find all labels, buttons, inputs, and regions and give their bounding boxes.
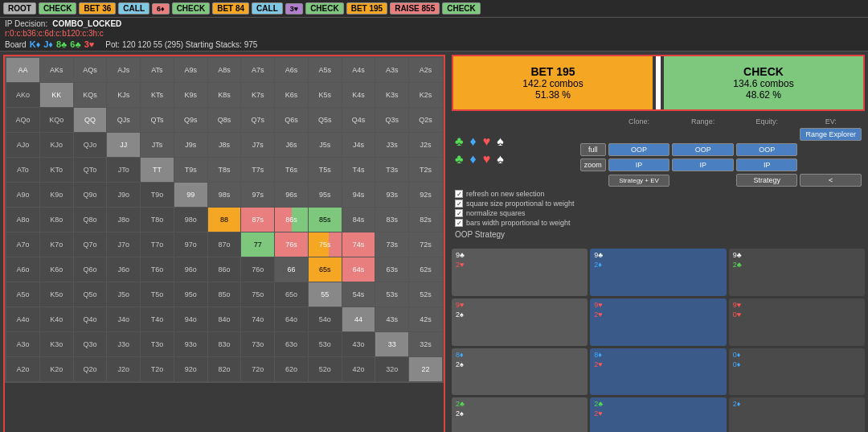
grid-cell-j2s[interactable]: J2s [409, 133, 442, 157]
diamond-icon-2[interactable]: ♦ [470, 152, 477, 167]
grid-cell-jj[interactable]: JJ [107, 133, 140, 157]
grid-cell-84o[interactable]: 84o [208, 307, 241, 331]
grid-cell-j8s[interactable]: J8s [208, 133, 241, 157]
grid-cell-85o[interactable]: 85o [208, 282, 241, 307]
grid-cell-ajo[interactable]: AJo [6, 133, 39, 157]
club-icon-1[interactable]: ♣ [455, 134, 464, 149]
grid-cell-97s[interactable]: 97s [241, 183, 274, 207]
grid-cell-q7s[interactable]: Q7s [241, 108, 274, 132]
grid-cell-73s[interactable]: 73s [375, 232, 408, 257]
bet84-button[interactable]: BET 84 [212, 2, 249, 14]
bet-action-box[interactable]: BET 195 142.2 combos 51.38 % [453, 56, 653, 109]
grid-cell-t9s[interactable]: T9s [174, 158, 207, 182]
grid-cell-tt[interactable]: TT [141, 158, 174, 182]
grid-cell-94s[interactable]: 94s [342, 183, 375, 207]
grid-cell-j3o[interactable]: J3o [107, 332, 140, 356]
card-cell-10[interactable]: 2♣2♥ [590, 397, 726, 432]
grid-cell-j8o[interactable]: J8o [107, 208, 140, 232]
grid-cell-kjs[interactable]: KJs [107, 83, 140, 107]
grid-cell-a7o[interactable]: A7o [6, 232, 39, 257]
grid-cell-k8o[interactable]: K8o [40, 208, 73, 232]
6plus-button[interactable]: 6♦ [152, 3, 170, 14]
grid-cell-q6o[interactable]: Q6o [74, 257, 107, 282]
grid-cell-32o[interactable]: 32o [375, 357, 408, 381]
grid-cell-43s[interactable]: 43s [375, 307, 408, 331]
grid-cell-j7o[interactable]: J7o [107, 232, 140, 257]
grid-cell-aqs[interactable]: AQs [74, 58, 107, 82]
grid-cell-t3o[interactable]: T3o [141, 332, 174, 356]
grid-cell-k5o[interactable]: K5o [40, 282, 73, 307]
grid-cell-32s[interactable]: 32s [409, 332, 442, 356]
grid-cell-q8s[interactable]: Q8s [208, 108, 241, 132]
grid-cell-t3s[interactable]: T3s [375, 158, 408, 182]
grid-cell-a4s[interactable]: A4s [342, 58, 375, 82]
grid-cell-q6s[interactable]: Q6s [275, 108, 308, 132]
grid-cell-87o[interactable]: 87o [208, 232, 241, 257]
call2-button[interactable]: CALL [252, 2, 283, 14]
grid-cell-a9s[interactable]: A9s [174, 58, 207, 82]
heart-icon-1[interactable]: ♥ [483, 134, 491, 149]
grid-cell-ats[interactable]: ATs [141, 58, 174, 82]
grid-cell-33[interactable]: 33 [375, 332, 408, 356]
grid-cell-k9o[interactable]: K9o [40, 183, 73, 207]
grid-cell-q2s[interactable]: Q2s [409, 108, 442, 132]
ip-range-btn[interactable]: IP [608, 158, 670, 171]
grid-cell-a4o[interactable]: A4o [6, 307, 39, 331]
grid-cell-k3o[interactable]: K3o [40, 332, 73, 356]
grid-cell-43o[interactable]: 43o [342, 332, 375, 356]
grid-cell-a2s[interactable]: A2s [409, 58, 442, 82]
grid-cell-54s[interactable]: 54s [342, 282, 375, 307]
bet36-button[interactable]: BET 36 [79, 2, 116, 14]
grid-cell-j9o[interactable]: J9o [107, 183, 140, 207]
grid-cell-66[interactable]: 66 [275, 257, 308, 282]
grid-cell-q5o[interactable]: Q5o [74, 282, 107, 307]
grid-cell-76o[interactable]: 76o [241, 257, 274, 282]
grid-cell-k9s[interactable]: K9s [174, 83, 207, 107]
grid-cell-95o[interactable]: 95o [174, 282, 207, 307]
grid-cell-74s[interactable]: 74s [342, 232, 375, 257]
card-cell-8[interactable]: 0♦0♦ [729, 348, 865, 396]
strategy-ev-btn[interactable]: Strategy + EV [608, 175, 670, 187]
grid-cell-t2s[interactable]: T2s [409, 158, 442, 182]
grid-cell-63s[interactable]: 63s [375, 257, 408, 282]
root-button[interactable]: ROOT [3, 2, 36, 14]
grid-cell-72o[interactable]: 72o [241, 357, 274, 381]
grid-cell-a8s[interactable]: A8s [208, 58, 241, 82]
grid-cell-93o[interactable]: 93o [174, 332, 207, 356]
grid-cell-86o[interactable]: 86o [208, 257, 241, 282]
grid-cell-k7o[interactable]: K7o [40, 232, 73, 257]
grid-cell-t6s[interactable]: T6s [275, 158, 308, 182]
grid-cell-96o[interactable]: 96o [174, 257, 207, 282]
grid-cell-62s[interactable]: 62s [409, 257, 442, 282]
grid-cell-t8o[interactable]: T8o [141, 208, 174, 232]
grid-cell-t9o[interactable]: T9o [141, 183, 174, 207]
grid-cell-t7o[interactable]: T7o [141, 232, 174, 257]
cb-refresh[interactable]: ✓ [455, 190, 463, 198]
cb-square-size[interactable]: ✓ [455, 200, 463, 208]
grid-cell-jts[interactable]: JTs [141, 133, 174, 157]
strategy-btn[interactable]: Strategy [736, 174, 798, 187]
grid-cell-t5o[interactable]: T5o [141, 282, 174, 307]
bet195-button[interactable]: BET 195 [346, 2, 387, 14]
grid-cell-73o[interactable]: 73o [241, 332, 274, 356]
grid-cell-76s[interactable]: 76s [275, 232, 308, 257]
grid-cell-j5o[interactable]: J5o [107, 282, 140, 307]
grid-cell-64s[interactable]: 64s [342, 257, 375, 282]
grid-cell-t4o[interactable]: T4o [141, 307, 174, 331]
lt-btn[interactable]: < [800, 174, 862, 187]
oop-range-btn[interactable]: OOP [608, 143, 670, 156]
grid-cell-kts[interactable]: KTs [141, 83, 174, 107]
grid-cell-ako[interactable]: AKo [6, 83, 39, 107]
grid-cell-q4o[interactable]: Q4o [74, 307, 107, 331]
oop-equity-btn[interactable]: OOP [672, 143, 734, 156]
grid-cell-22[interactable]: 22 [409, 357, 442, 381]
grid-cell-aqo[interactable]: AQo [6, 108, 39, 132]
grid-cell-a6s[interactable]: A6s [275, 58, 308, 82]
grid-cell-65s[interactable]: 65s [309, 257, 342, 282]
grid-cell-kqo[interactable]: KQo [40, 108, 73, 132]
grid-cell-qjo[interactable]: QJo [74, 133, 107, 157]
card-cell-9[interactable]: 2♣2♠ [452, 397, 588, 432]
grid-cell-74o[interactable]: 74o [241, 307, 274, 331]
3v-button[interactable]: 3♥ [285, 3, 303, 14]
grid-cell-ato[interactable]: ATo [6, 158, 39, 182]
